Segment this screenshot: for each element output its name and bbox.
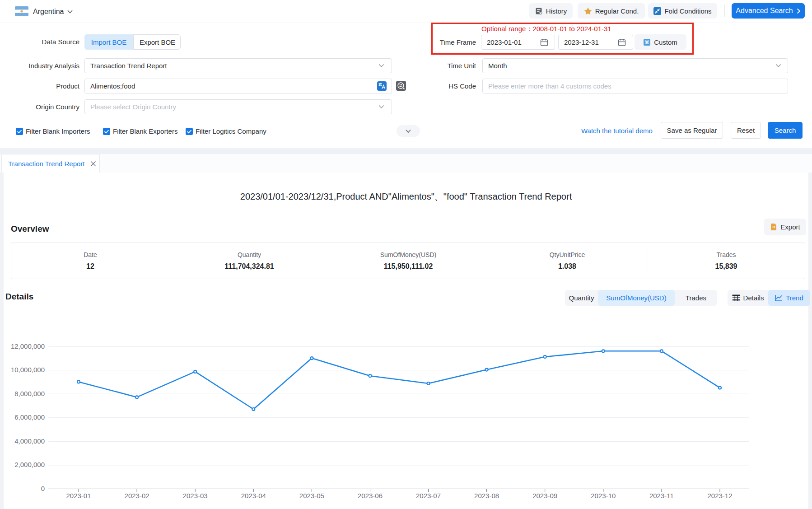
svg-text:6,000,000: 6,000,000 [14,413,45,421]
svg-text:2023-12: 2023-12 [707,492,732,500]
svg-text:4,000,000: 4,000,000 [14,437,45,445]
svg-text:8,000,000: 8,000,000 [14,390,45,397]
svg-text:2023-05: 2023-05 [299,492,324,500]
svg-text:⌘: ⌘ [644,39,650,45]
svg-text:2023-11: 2023-11 [649,492,674,500]
svg-text:12,000,000: 12,000,000 [11,342,45,350]
svg-text:10,000,000: 10,000,000 [11,366,45,374]
svg-text:0: 0 [41,485,45,492]
svg-text:2023-04: 2023-04 [241,492,266,500]
svg-text:2023-10: 2023-10 [591,492,616,500]
svg-text:2023-07: 2023-07 [416,492,441,500]
svg-text:2023-06: 2023-06 [358,492,383,500]
svg-text:2023-08: 2023-08 [474,492,499,500]
svg-text:2,000,000: 2,000,000 [14,461,45,468]
svg-text:2023-03: 2023-03 [183,492,208,500]
svg-text:2023-01: 2023-01 [66,492,91,500]
svg-text:2023-02: 2023-02 [125,492,149,500]
svg-text:2023-09: 2023-09 [532,492,557,500]
